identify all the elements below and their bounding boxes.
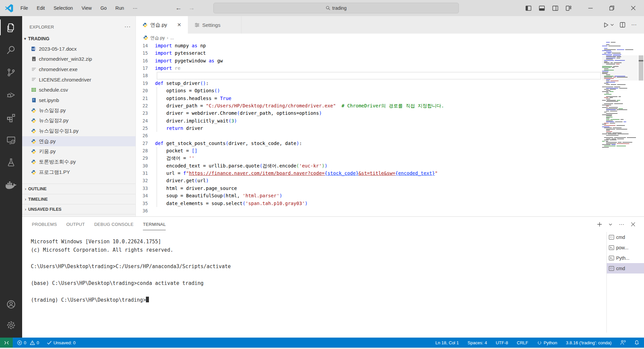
ipynb-file-icon xyxy=(31,98,37,103)
indentation[interactable]: Spaces: 4 xyxy=(468,340,487,345)
code-line: 35 date_elements = soup.select('span.tah… xyxy=(136,200,644,207)
file-item[interactable]: chromedriver.exe xyxy=(22,64,136,74)
terminal-line: C:\Users\HP\Desktop\trading>C:/Users/HP/… xyxy=(31,262,231,271)
file-item[interactable]: 연습.py xyxy=(22,136,136,147)
file-item[interactable]: 토론방조회수.py xyxy=(22,157,136,167)
minimap[interactable] xyxy=(602,42,638,216)
file-item[interactable]: 키움.py xyxy=(22,146,136,157)
line-number: 22 xyxy=(136,102,155,109)
terminal-instance-cmd[interactable]: C:\cmd xyxy=(607,263,644,273)
close-panel-icon[interactable] xyxy=(631,222,635,227)
eol-sequence[interactable]: CRLF xyxy=(517,340,528,345)
menu-selection[interactable]: Selection xyxy=(49,0,77,16)
nav-forward-icon[interactable]: → xyxy=(189,4,195,12)
section-outline[interactable]: ›OUTLINE xyxy=(22,184,136,194)
tab-practice-py[interactable]: 연습.py ✕ xyxy=(136,16,188,34)
feedback-icon[interactable] xyxy=(620,340,626,345)
file-item[interactable]: schedule.csv xyxy=(22,85,136,95)
customize-layout-icon[interactable] xyxy=(566,6,572,11)
line-number: 25 xyxy=(136,124,155,132)
activitybar-explorer[interactable] xyxy=(0,16,22,39)
line-number: 31 xyxy=(136,169,155,177)
close-button[interactable] xyxy=(623,0,644,16)
command-center-search[interactable]: trading xyxy=(213,3,459,13)
editor-scrollbar[interactable] xyxy=(638,42,644,216)
chevron-down-icon: ▾ xyxy=(24,37,26,41)
file-item[interactable]: 뉴스일정수정1.py xyxy=(22,126,136,136)
panel-tab-debug-console[interactable]: DEBUG CONSOLE xyxy=(94,217,133,232)
code-line: 21 options.headless = True xyxy=(136,95,644,102)
file-item[interactable]: LICENSE.chromedriver xyxy=(22,74,136,85)
minimize-button[interactable] xyxy=(580,0,601,16)
activitybar-settings-gear[interactable] xyxy=(0,315,22,336)
language-mode[interactable]: Python xyxy=(537,340,557,345)
menu-run[interactable]: Run xyxy=(111,0,128,16)
editor-more-actions-icon[interactable]: ··· xyxy=(631,22,637,28)
activitybar-source-control[interactable] xyxy=(0,61,22,84)
activitybar-account[interactable] xyxy=(0,294,22,315)
problems-status[interactable]: 0 0 xyxy=(17,340,39,345)
section-unsaved-files[interactable]: ›UNSAVED FILES xyxy=(22,204,136,214)
line-number: 14 xyxy=(136,42,155,49)
file-item[interactable]: chromedriver_win32.zip xyxy=(22,54,136,64)
menu-edit[interactable]: Edit xyxy=(33,0,49,16)
nav-back-icon[interactable]: ← xyxy=(175,4,182,12)
file-item[interactable]: 뉴스일정.py xyxy=(22,105,136,116)
python-interpreter[interactable]: 3.8.16 ('trading': conda) xyxy=(566,340,611,345)
explorer-more-actions-icon[interactable]: ··· xyxy=(124,24,131,30)
section-timeline[interactable]: ›TIMELINE xyxy=(22,194,136,204)
terminal-dropdown-icon[interactable] xyxy=(609,223,612,226)
breadcrumb[interactable]: 연습.py › ... xyxy=(136,34,644,42)
activitybar-docker[interactable] xyxy=(0,173,22,196)
line-number: 34 xyxy=(136,192,155,199)
current-line-highlight xyxy=(157,72,601,80)
menu-file[interactable]: File xyxy=(16,0,33,16)
activitybar-search[interactable] xyxy=(0,39,22,61)
panel-tab-terminal[interactable]: TERMINAL xyxy=(143,217,166,232)
code-line: 36 xyxy=(136,207,644,214)
new-terminal-icon[interactable] xyxy=(597,222,602,227)
menu-more[interactable]: ··· xyxy=(128,0,142,16)
tab-settings[interactable]: Settings xyxy=(188,16,241,34)
remote-indicator[interactable] xyxy=(0,338,13,348)
run-python-file-icon[interactable] xyxy=(603,22,609,28)
code-line: 22 driver_path = "C:/Users/HP/Desktop/tr… xyxy=(136,102,644,109)
terminal[interactable]: Microsoft Windows [Version 10.0.22624.17… xyxy=(22,232,644,338)
terminal-instance-Pyth[interactable]: Pyth... xyxy=(607,253,644,263)
activitybar-testing[interactable] xyxy=(0,151,22,173)
toggle-panel-icon[interactable] xyxy=(539,6,545,11)
toggle-secondary-sidebar-icon[interactable] xyxy=(552,6,558,11)
line-number: 23 xyxy=(136,109,155,117)
split-editor-icon[interactable] xyxy=(620,22,625,28)
unsaved-status[interactable]: Unsaved: 0 xyxy=(47,340,75,345)
search-icon xyxy=(326,6,330,10)
code-line: 19def setup_driver(): xyxy=(136,80,644,87)
code-editor[interactable]: 14import numpy as np15import pytesseract… xyxy=(136,42,644,216)
activitybar-remote-explorer[interactable] xyxy=(0,129,22,151)
csv-file-icon xyxy=(31,87,37,93)
activitybar-run-debug[interactable] xyxy=(0,84,22,106)
folder-trading[interactable]: ▾ TRADING xyxy=(22,34,136,44)
cursor-position[interactable]: Ln 18, Col 1 xyxy=(435,340,459,345)
notifications-bell-icon[interactable] xyxy=(634,340,639,345)
panel-tab-problems[interactable]: PROBLEMS xyxy=(32,217,57,232)
file-item[interactable]: W2023-05-17.docx xyxy=(22,44,136,54)
file-item[interactable]: 프로그램1.PY xyxy=(22,167,136,178)
terminal-instance-pow[interactable]: pow... xyxy=(607,242,644,253)
menu-go[interactable]: Go xyxy=(96,0,111,16)
panel-more-actions-icon[interactable]: ··· xyxy=(619,221,624,228)
terminal-instance-cmd[interactable]: C:\cmd xyxy=(607,232,644,242)
panel-tab-output[interactable]: OUTPUT xyxy=(66,217,85,232)
search-icon xyxy=(6,45,16,55)
python-file-icon xyxy=(31,169,37,175)
close-tab-icon[interactable]: ✕ xyxy=(177,22,181,28)
encoding[interactable]: UTF-8 xyxy=(496,340,508,345)
toggle-sidebar-icon[interactable] xyxy=(526,6,531,11)
file-item[interactable]: 뉴스일정2.py xyxy=(22,115,136,126)
line-number: 29 xyxy=(136,154,155,162)
restore-button[interactable] xyxy=(601,0,623,16)
activitybar-extensions[interactable] xyxy=(0,106,22,129)
menu-view[interactable]: View xyxy=(77,0,96,16)
file-item[interactable]: set.ipynb xyxy=(22,95,136,105)
run-dropdown-icon[interactable] xyxy=(610,23,614,26)
